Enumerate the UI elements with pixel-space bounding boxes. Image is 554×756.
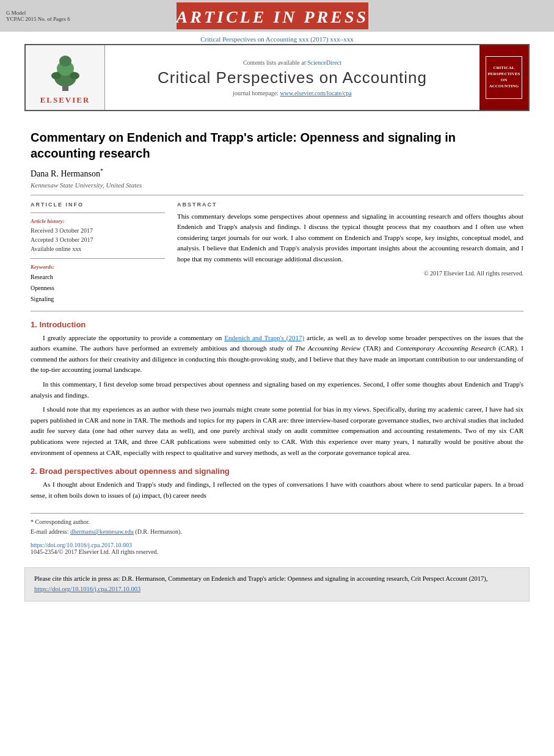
separator-2 bbox=[31, 311, 523, 311]
journal-logo-right-inner: CRITICAL PERSPECTIVES ON ACCOUNTING bbox=[486, 56, 522, 99]
separator-1 bbox=[31, 195, 523, 195]
intro-para-1: I greatly appreciate the opportunity to … bbox=[31, 333, 523, 376]
citation-doi-link[interactable]: https://doi.org/10.1016/j.cpa.2017.10.00… bbox=[34, 586, 140, 592]
article-in-press-banner: ARTICLE IN PRESS bbox=[177, 2, 369, 29]
doi-header-line: Critical Perspectives on Accounting xxx … bbox=[0, 32, 554, 44]
journal-logo-right: CRITICAL PERSPECTIVES ON ACCOUNTING bbox=[479, 45, 528, 110]
info-sep-2 bbox=[31, 258, 165, 259]
email-link[interactable]: dhermans@kennesaw.edu bbox=[70, 528, 134, 535]
keyword-1: Research bbox=[31, 272, 165, 283]
sciencedirect-link[interactable]: ScienceDirect bbox=[307, 59, 341, 66]
keyword-3: Signaling bbox=[31, 294, 165, 305]
top-banner: G Model YCPAC 2015 No. of Pages 6 ARTICL… bbox=[0, 0, 554, 32]
main-content: Commentary on Endenich and Trapp's artic… bbox=[0, 111, 554, 561]
accepted-date: Accepted 3 October 2017 bbox=[31, 235, 165, 244]
contents-line: Contents lists available at ScienceDirec… bbox=[111, 59, 473, 66]
article-title: Commentary on Endenich and Trapp's artic… bbox=[31, 129, 523, 161]
keywords-list: Research Openness Signaling bbox=[31, 272, 165, 305]
copyright-line: © 2017 Elsevier Ltd. All rights reserved… bbox=[177, 270, 523, 277]
affiliation: Kennesaw State University, United States bbox=[31, 181, 523, 189]
model-info: G Model YCPAC 2015 No. of Pages 6 bbox=[6, 10, 70, 22]
issn-line: 1045-2354/© 2017 Elsevier Ltd. All right… bbox=[31, 548, 523, 555]
author-name: Dana R. Hermanson* bbox=[31, 167, 523, 179]
footnote-area: * Corresponding author. E-mail address: … bbox=[31, 513, 523, 537]
endenich-trapp-link[interactable]: Endenich and Trapp's (2017) bbox=[224, 334, 304, 341]
keywords-label: Keywords: bbox=[31, 264, 165, 270]
article-history-label: Article history: bbox=[31, 218, 165, 224]
elsevier-tree-icon bbox=[41, 50, 90, 93]
journal-homepage-link[interactable]: www.elsevier.com/locate/cpa bbox=[280, 90, 352, 96]
article-info: ARTICLE INFO Article history: Received 3… bbox=[31, 202, 165, 305]
svg-point-5 bbox=[70, 72, 79, 79]
svg-point-4 bbox=[51, 72, 61, 79]
section-2-heading: 2. Broad perspectives about openness and… bbox=[31, 467, 523, 476]
citation-box: Please cite this article in press as: D.… bbox=[24, 567, 530, 602]
journal-homepage: journal homepage: www.elsevier.com/locat… bbox=[111, 90, 473, 96]
author-sup: * bbox=[100, 167, 103, 174]
intro-para-2: In this commentary, I first develop some… bbox=[31, 379, 523, 401]
svg-point-3 bbox=[59, 56, 71, 67]
available-date: Available online xxx bbox=[31, 244, 165, 253]
elsevier-logo-section: ELSEVIER bbox=[26, 45, 105, 110]
elsevier-label: ELSEVIER bbox=[40, 95, 90, 105]
abstract-text: This commentary develops some perspectiv… bbox=[177, 211, 523, 265]
intro-para-3: I should note that my experiences as an … bbox=[31, 404, 523, 458]
journal-logo-text: CRITICAL PERSPECTIVES ON ACCOUNTING bbox=[488, 65, 520, 89]
journal-center: Contents lists available at ScienceDirec… bbox=[105, 53, 479, 103]
section-1-heading: 1. Introduction bbox=[31, 320, 523, 329]
received-date: Received 3 October 2017 bbox=[31, 226, 165, 235]
info-abstract-section: ARTICLE INFO Article history: Received 3… bbox=[31, 202, 523, 305]
doi-footer: https://doi.org/10.1016/j.cpa.2017.10.00… bbox=[31, 542, 523, 555]
abstract-heading: ABSTRACT bbox=[177, 202, 523, 208]
article-info-heading: ARTICLE INFO bbox=[31, 202, 165, 208]
journal-header: ELSEVIER Contents lists available at Sci… bbox=[24, 44, 530, 111]
footnote-star: * Corresponding author. bbox=[31, 517, 523, 527]
footnote-email: E-mail address: dhermans@kennesaw.edu (D… bbox=[31, 527, 523, 537]
broad-para-1: As I thought about Endenich and Trapp's … bbox=[31, 479, 523, 501]
abstract-section: ABSTRACT This commentary develops some p… bbox=[177, 202, 523, 305]
journal-title: Critical Perspectives on Accounting bbox=[111, 68, 473, 87]
info-sep bbox=[31, 213, 165, 213]
doi-link[interactable]: https://doi.org/10.1016/j.cpa.2017.10.00… bbox=[31, 542, 132, 548]
keyword-2: Openness bbox=[31, 283, 165, 294]
